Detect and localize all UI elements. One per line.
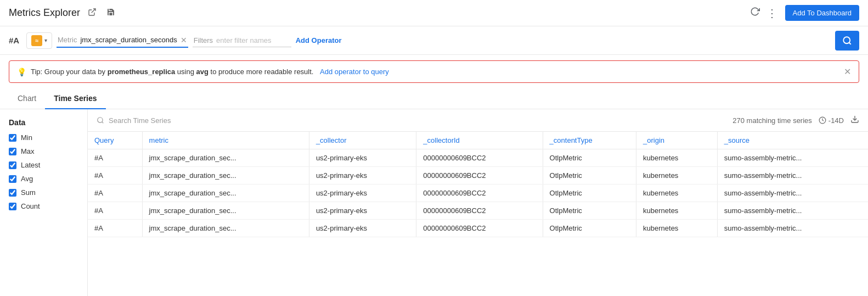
clock-icon	[819, 116, 826, 124]
avg-checkbox[interactable]	[9, 175, 16, 183]
col-collector[interactable]: _collector	[309, 132, 416, 149]
max-label: Max	[21, 147, 35, 155]
query-row: #A ≈ ▾ Metric jmx_scrape_duration_second…	[0, 26, 868, 55]
table-row[interactable]: #Ajmx_scrape_duration_sec...us2-primary-…	[88, 202, 868, 220]
app-title: Metrics Explorer	[9, 7, 80, 19]
table-cell: sumo-assembly-metric...	[717, 220, 868, 237]
table-cell: OtlpMetric	[543, 185, 636, 202]
sum-checkbox[interactable]	[9, 189, 16, 197]
filters-field[interactable]: Filters enter filter names	[193, 34, 291, 47]
table-cell: #A	[88, 149, 142, 167]
table-cell: kubernetes	[636, 185, 718, 202]
tab-time-series[interactable]: Time Series	[45, 88, 105, 109]
avg-label: Avg	[21, 175, 33, 183]
table-row[interactable]: #Ajmx_scrape_duration_sec...us2-primary-…	[88, 220, 868, 237]
add-operator-to-query-link[interactable]: Add operator to query	[320, 68, 389, 76]
table-cell: jmx_scrape_duration_sec...	[142, 149, 309, 167]
time-period[interactable]: -14D	[819, 116, 844, 125]
metric-chevron-icon: ▾	[44, 37, 47, 43]
count-checkbox[interactable]	[9, 203, 16, 210]
sum-label: Sum	[21, 188, 36, 197]
table-cell: 00000000609BCC2	[416, 220, 543, 237]
table-cell: sumo-assembly-metric...	[717, 185, 868, 202]
table-cell: us2-primary-eks	[309, 202, 416, 220]
col-origin[interactable]: _origin	[636, 132, 718, 149]
col-source[interactable]: _source	[717, 132, 868, 149]
data-avg-item[interactable]: Avg	[9, 175, 78, 183]
table-cell: jmx_scrape_duration_sec...	[142, 202, 309, 220]
data-max-item[interactable]: Max	[9, 147, 78, 155]
table-cell: us2-primary-eks	[309, 167, 416, 185]
data-count-item[interactable]: Count	[9, 202, 78, 210]
svg-point-1	[843, 37, 850, 43]
table-cell: OtlpMetric	[543, 202, 636, 220]
period-label: -14D	[828, 116, 844, 125]
table-cell: #A	[88, 220, 142, 237]
search-button[interactable]	[835, 31, 859, 51]
tip-banner: 💡 Tip: Group your data by prometheus_rep…	[9, 60, 859, 83]
table-cell: 00000000609BCC2	[416, 149, 543, 167]
tip-icon: 💡	[17, 68, 26, 76]
external-link-icon[interactable]	[86, 7, 99, 20]
table-cell: 00000000609BCC2	[416, 185, 543, 202]
table-cell: jmx_scrape_duration_sec...	[142, 185, 309, 202]
tip-text: Tip: Group your data by prometheus_repli…	[31, 68, 389, 76]
add-operator-button[interactable]: Add Operator	[296, 36, 342, 44]
table-row[interactable]: #Ajmx_scrape_duration_sec...us2-primary-…	[88, 149, 868, 167]
tab-chart[interactable]: Chart	[9, 88, 45, 109]
table-cell: kubernetes	[636, 149, 718, 167]
tip-close-button[interactable]: ✕	[844, 66, 851, 77]
min-checkbox[interactable]	[9, 134, 16, 142]
col-collectorid[interactable]: _collectorId	[416, 132, 543, 149]
metric-badge-icon: ≈	[31, 35, 42, 46]
col-contenttype[interactable]: _contentType	[543, 132, 636, 149]
filters-input[interactable]: enter filter names	[216, 36, 271, 44]
timeseries-toolbar-right: 270 matching time series -14D	[732, 115, 859, 126]
table-cell: sumo-assembly-metric...	[717, 149, 868, 167]
main-panel: Search Time Series 270 matching time ser…	[88, 109, 868, 296]
col-metric[interactable]: metric	[142, 132, 309, 149]
svg-line-2	[849, 42, 850, 44]
table-cell: kubernetes	[636, 202, 718, 220]
table-row[interactable]: #Ajmx_scrape_duration_sec...us2-primary-…	[88, 185, 868, 202]
table-cell: #A	[88, 167, 142, 185]
col-query[interactable]: Query	[88, 132, 142, 149]
table-cell: OtlpMetric	[543, 149, 636, 167]
table-cell: #A	[88, 202, 142, 220]
download-button[interactable]	[850, 115, 859, 126]
data-latest-item[interactable]: Latest	[9, 161, 78, 169]
content-area: Data Min Max Latest Avg Sum Count	[0, 109, 868, 296]
table-cell: kubernetes	[636, 167, 718, 185]
latest-checkbox[interactable]	[9, 161, 16, 169]
metric-type-selector[interactable]: ≈ ▾	[26, 32, 52, 49]
metric-clear-button[interactable]: ✕	[181, 36, 187, 44]
refresh-button[interactable]	[750, 7, 760, 19]
tabs-row: Chart Time Series	[0, 88, 868, 109]
svg-line-0	[92, 9, 95, 13]
save-icon[interactable]	[104, 7, 117, 20]
metric-field: Metric jmx_scrape_duration_seconds ✕	[57, 33, 188, 48]
add-dashboard-button[interactable]: Add To Dashboard	[785, 5, 859, 21]
data-sum-item[interactable]: Sum	[9, 188, 78, 197]
search-icon	[97, 116, 104, 124]
timeseries-toolbar: Search Time Series 270 matching time ser…	[88, 109, 868, 132]
search-placeholder: Search Time Series	[109, 116, 171, 125]
timeseries-search[interactable]: Search Time Series	[97, 116, 171, 125]
data-min-item[interactable]: Min	[9, 133, 78, 142]
svg-line-4	[102, 122, 104, 124]
table-cell: us2-primary-eks	[309, 185, 416, 202]
table-body: #Ajmx_scrape_duration_sec...us2-primary-…	[88, 149, 868, 237]
metric-value[interactable]: jmx_scrape_duration_seconds	[80, 36, 177, 44]
table-cell: OtlpMetric	[543, 167, 636, 185]
more-options-button[interactable]: ⋮	[766, 7, 779, 20]
table-header-row: Query metric _collector _collectorId _co…	[88, 132, 868, 149]
table-row[interactable]: #Ajmx_scrape_duration_sec...us2-primary-…	[88, 167, 868, 185]
table-cell: #A	[88, 185, 142, 202]
tip-banner-content: 💡 Tip: Group your data by prometheus_rep…	[17, 68, 389, 76]
table-cell: 00000000609BCC2	[416, 167, 543, 185]
max-checkbox[interactable]	[9, 148, 16, 155]
min-label: Min	[21, 133, 32, 142]
table-cell: OtlpMetric	[543, 220, 636, 237]
sidebar-title: Data	[9, 118, 78, 127]
latest-label: Latest	[21, 161, 40, 169]
